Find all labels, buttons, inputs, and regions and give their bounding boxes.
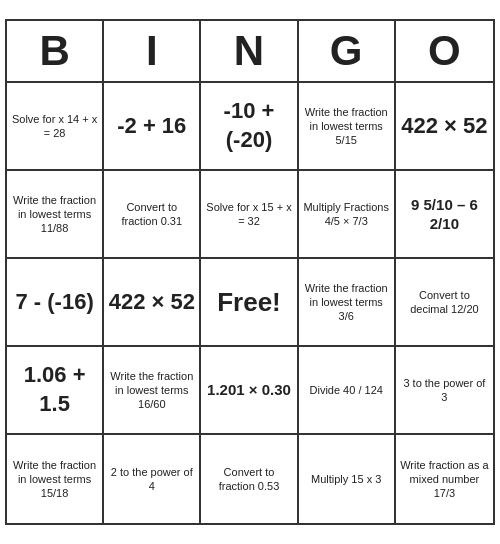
cell-text-r5c1: Write the fraction in lowest terms 15/18 [11, 458, 98, 501]
cell-text-r3c5: Convert to decimal 12/20 [400, 288, 489, 317]
cell-r1c5: 422 × 52 [396, 83, 493, 171]
cell-r3c1: 7 - (-16) [7, 259, 104, 347]
cell-r5c1: Write the fraction in lowest terms 15/18 [7, 435, 104, 523]
cell-text-r4c1: 1.06 + 1.5 [11, 361, 98, 418]
cell-text-r3c1: 7 - (-16) [15, 288, 93, 317]
cell-text-r2c2: Convert to fraction 0.31 [108, 200, 195, 229]
cell-r1c4: Write the fraction in lowest terms 5/15 [299, 83, 396, 171]
cell-text-r4c2: Write the fraction in lowest terms 16/60 [108, 369, 195, 412]
cell-r3c3: Free! [201, 259, 298, 347]
bingo-header: BINGO [7, 21, 493, 83]
cell-r5c4: Multiply 15 x 3 [299, 435, 396, 523]
header-letter-i: I [104, 21, 201, 81]
header-letter-g: G [299, 21, 396, 81]
cell-r4c1: 1.06 + 1.5 [7, 347, 104, 435]
cell-text-r2c5: 9 5/10 – 6 2/10 [400, 195, 489, 234]
cell-r2c1: Write the fraction in lowest terms 11/88 [7, 171, 104, 259]
cell-r5c2: 2 to the power of 4 [104, 435, 201, 523]
cell-text-r2c3: Solve for x 15 + x = 32 [205, 200, 292, 229]
cell-text-r5c2: 2 to the power of 4 [108, 465, 195, 494]
cell-text-r5c3: Convert to fraction 0.53 [205, 465, 292, 494]
cell-text-r4c3: 1.201 × 0.30 [207, 380, 291, 400]
cell-text-r1c4: Write the fraction in lowest terms 5/15 [303, 105, 390, 148]
cell-text-r5c5: Write fraction as a mixed number 17/3 [400, 458, 489, 501]
cell-r2c4: Multiply Fractions 4/5 × 7/3 [299, 171, 396, 259]
cell-r1c2: -2 + 16 [104, 83, 201, 171]
cell-r5c5: Write fraction as a mixed number 17/3 [396, 435, 493, 523]
cell-r4c4: Divide 40 / 124 [299, 347, 396, 435]
cell-text-r2c1: Write the fraction in lowest terms 11/88 [11, 193, 98, 236]
cell-text-r5c4: Multiply 15 x 3 [311, 472, 381, 486]
cell-text-r4c5: 3 to the power of 3 [400, 376, 489, 405]
cell-r2c3: Solve for x 15 + x = 32 [201, 171, 298, 259]
cell-r5c3: Convert to fraction 0.53 [201, 435, 298, 523]
cell-text-r1c5: 422 × 52 [401, 112, 487, 141]
cell-text-r2c4: Multiply Fractions 4/5 × 7/3 [303, 200, 390, 229]
cell-r2c5: 9 5/10 – 6 2/10 [396, 171, 493, 259]
cell-text-r1c3: -10 + (-20) [205, 97, 292, 154]
cell-text-r1c2: -2 + 16 [117, 112, 186, 141]
cell-text-r4c4: Divide 40 / 124 [310, 383, 383, 397]
header-letter-o: O [396, 21, 493, 81]
cell-text-r1c1: Solve for x 14 + x = 28 [11, 112, 98, 141]
bingo-card: BINGO Solve for x 14 + x = 28-2 + 16-10 … [5, 19, 495, 525]
cell-text-r3c4: Write the fraction in lowest terms 3/6 [303, 281, 390, 324]
header-letter-b: B [7, 21, 104, 81]
cell-text-r3c3: Free! [217, 287, 281, 318]
cell-r1c1: Solve for x 14 + x = 28 [7, 83, 104, 171]
cell-r3c2: 422 × 52 [104, 259, 201, 347]
cell-r4c3: 1.201 × 0.30 [201, 347, 298, 435]
bingo-grid: Solve for x 14 + x = 28-2 + 16-10 + (-20… [7, 83, 493, 523]
cell-r4c2: Write the fraction in lowest terms 16/60 [104, 347, 201, 435]
cell-text-r3c2: 422 × 52 [109, 288, 195, 317]
cell-r4c5: 3 to the power of 3 [396, 347, 493, 435]
cell-r3c4: Write the fraction in lowest terms 3/6 [299, 259, 396, 347]
cell-r1c3: -10 + (-20) [201, 83, 298, 171]
cell-r3c5: Convert to decimal 12/20 [396, 259, 493, 347]
cell-r2c2: Convert to fraction 0.31 [104, 171, 201, 259]
header-letter-n: N [201, 21, 298, 81]
